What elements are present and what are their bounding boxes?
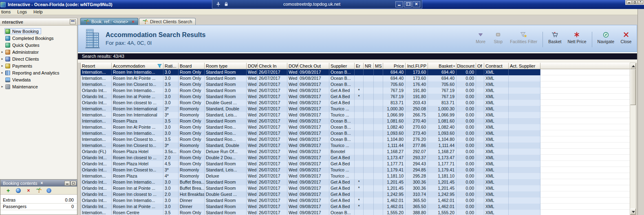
table-row[interactable]: Internation...Rosen Inn At Pointe ...3.0… bbox=[81, 124, 630, 130]
delete-icon[interactable]: × bbox=[26, 187, 31, 193]
column-header-dow[interactable]: DOW bbox=[247, 63, 258, 69]
expand-arrow-icon[interactable]: ▸ bbox=[0, 57, 4, 61]
column-header-contract[interactable]: Contract bbox=[484, 63, 509, 69]
info-icon[interactable]: i bbox=[46, 187, 52, 193]
column-header-of[interactable]: Of bbox=[476, 63, 484, 69]
column-header-rati[interactable]: Rati... bbox=[163, 63, 179, 69]
sidebar-item-viewdata[interactable]: Viewdata bbox=[0, 76, 77, 83]
column-header-ms[interactable]: MS bbox=[374, 63, 383, 69]
rdp-close-button[interactable] bbox=[412, 1, 420, 7]
cell-contract: XML bbox=[484, 161, 509, 167]
table-row[interactable]: Orlando Int...Rosen Inn closest to ...3.… bbox=[81, 100, 630, 106]
navigate-button[interactable]: Navigate bbox=[596, 30, 616, 44]
menu-item-help[interactable]: Help bbox=[30, 9, 46, 14]
column-header-check-in[interactable]: Check In bbox=[258, 63, 287, 69]
booking-contents-row-passengers[interactable]: Passengers0 bbox=[0, 204, 77, 210]
close-button[interactable]: Close bbox=[619, 30, 633, 44]
rdp-minimize-button[interactable] bbox=[395, 1, 403, 7]
column-header-check-out[interactable]: Check Out bbox=[298, 63, 329, 69]
sidebar-item-maintenance[interactable]: ▸Maintenance bbox=[0, 83, 77, 90]
tab-book-ref-none[interactable]: Book. ref.: <none>× bbox=[80, 18, 138, 25]
sidebar-item-quick-quotes[interactable]: Quick Quotes bbox=[0, 42, 77, 48]
booking-contents-row-extras[interactable]: Extras0.00 bbox=[0, 197, 77, 204]
column-header-price[interactable]: Price bbox=[383, 63, 406, 69]
table-row[interactable]: Orlando Int...Rosen Inn at Pointe ...3.0… bbox=[81, 204, 630, 210]
table-row[interactable]: Internation...Rosen Inn At Pointe ...3.0… bbox=[81, 75, 630, 81]
menu-item-tions[interactable]: tions bbox=[0, 9, 14, 14]
table-row[interactable]: Internation...Rosen Plaza4*RoomonlyDelux… bbox=[81, 173, 630, 179]
cell-act-supplier bbox=[509, 124, 540, 130]
column-header-resort[interactable]: Resort bbox=[81, 63, 112, 69]
table-row[interactable]: Orlando Int...Rosen Inn Internatio...3.0… bbox=[81, 88, 630, 94]
sidebar-item-completed-bookings[interactable]: Completed Bookings bbox=[0, 35, 77, 42]
column-header-dow[interactable]: DOW bbox=[287, 63, 298, 69]
sidebar-item-new-booking[interactable]: New Booking bbox=[0, 28, 77, 35]
table-row[interactable]: Internation...Rosen Inn Internatio...3.0… bbox=[81, 130, 630, 136]
rdp-restore-button[interactable] bbox=[404, 1, 412, 7]
cell-rati: 3.0 bbox=[163, 100, 179, 106]
column-header-supplier[interactable]: Supplier bbox=[329, 63, 355, 69]
column-header-accommodation[interactable]: Accommodation bbox=[112, 63, 163, 69]
expand-arrow-icon[interactable]: ▸ bbox=[0, 71, 4, 75]
column-header-er[interactable]: Er bbox=[355, 63, 364, 69]
sidebar-item-direct-clients[interactable]: ▸Direct Clients bbox=[0, 55, 77, 62]
table-row[interactable]: Internation...Rosen Inn Closest to...3*R… bbox=[81, 143, 630, 149]
sidebar-item-payments[interactable]: ▸Payments bbox=[0, 62, 77, 69]
filter-funnel-icon[interactable] bbox=[157, 64, 162, 68]
table-row[interactable]: Internation...Rosen Centre3.5Room OnlySt… bbox=[81, 210, 630, 215]
add-icon[interactable]: + bbox=[5, 187, 11, 193]
stop-button[interactable]: Stop bbox=[491, 30, 505, 44]
column-header-incl-fl-pp[interactable]: Incl.Fl.PP bbox=[406, 63, 428, 69]
cell-resort: Internation... bbox=[81, 210, 112, 215]
table-row[interactable]: Internation...Rosen Inn International3*R… bbox=[81, 106, 630, 112]
basket-button[interactable]: Basket bbox=[547, 30, 563, 44]
table-row[interactable]: Orlando Int...Rosen Inn closest to ...2.… bbox=[81, 155, 630, 161]
scroll-thumb[interactable] bbox=[630, 69, 636, 105]
column-header-basket[interactable]: Basket▾ bbox=[428, 63, 457, 69]
sidebar-item-administrator[interactable]: ▸Administrator bbox=[0, 48, 77, 55]
table-row[interactable]: Orlando Int...Rosen Plaza Hotel4.5Room O… bbox=[81, 161, 630, 167]
table-row[interactable]: Internation...Rosen Inn Closest to...3.5… bbox=[81, 81, 630, 88]
expand-arrow-icon[interactable]: ▸ bbox=[0, 85, 4, 88]
table-row[interactable]: Orlando Int...Rosen Inn closest to ...2.… bbox=[81, 191, 630, 197]
window-maximize-button[interactable] bbox=[632, 0, 637, 4]
booking-contents-collapse-button[interactable] bbox=[64, 181, 70, 186]
facilities-filter-button[interactable]: Facilities Filter bbox=[508, 30, 539, 44]
sidebar-item-reporting-and-analytics[interactable]: ▸Reporting and Analytics bbox=[0, 69, 77, 76]
scroll-up-button[interactable] bbox=[630, 63, 636, 69]
sidebar-collapse-button[interactable] bbox=[70, 19, 76, 24]
table-row[interactable]: Orlando Int...Rosen Inn Internatio...3.0… bbox=[81, 197, 630, 204]
booking-contents-header[interactable]: Booking contents × bbox=[0, 180, 77, 186]
tab-close-icon[interactable]: × bbox=[132, 19, 135, 24]
palm-icon[interactable] bbox=[36, 187, 42, 193]
booking-contents-float-button[interactable] bbox=[71, 181, 76, 186]
table-row[interactable]: Orlando Int...Rosen Inn Internatio...3.0… bbox=[81, 179, 630, 185]
window-close-button[interactable] bbox=[638, 0, 643, 4]
nett-price-button[interactable]: Nett Price bbox=[566, 30, 588, 44]
column-header-board[interactable]: Board bbox=[179, 63, 205, 69]
table-row[interactable]: Internation...Rosen Inn Closest to...3.5… bbox=[81, 136, 630, 143]
table-row[interactable]: Orlando (FL)Rosen Plaza Hotel3.5s...Room… bbox=[81, 149, 630, 155]
column-header-act-supplier[interactable]: Act. Supplier bbox=[509, 63, 540, 69]
more-button[interactable]: More bbox=[473, 30, 488, 44]
expand-arrow-icon[interactable]: ▸ bbox=[0, 50, 4, 54]
window-minimize-button[interactable] bbox=[626, 0, 632, 4]
globe-icon[interactable] bbox=[15, 187, 21, 193]
expand-arrow-icon[interactable]: ▸ bbox=[0, 64, 4, 68]
tab-direct-clients-search[interactable]: Direct Clients Search bbox=[139, 18, 196, 25]
table-row[interactable]: Internation...Rosen Plaza3.5Room OnlySta… bbox=[81, 118, 630, 124]
table-row[interactable]: Orlando Int...Rosen Inn at Pointe ...3.0… bbox=[81, 185, 630, 191]
pin-icon[interactable] bbox=[216, 2, 221, 7]
table-row[interactable]: Internation...Rosen Inn Internatio...3.0… bbox=[81, 69, 630, 75]
scroll-down-button[interactable] bbox=[630, 208, 636, 215]
table-row[interactable]: Orlando Int...Rosen Inn Closest to...3*R… bbox=[81, 167, 630, 173]
booking-contents-row-partial[interactable] bbox=[0, 210, 77, 215]
table-row[interactable]: Orlando Int...Rosen Inn at Pointe ...3.0… bbox=[81, 94, 630, 100]
column-header-room-type[interactable]: Room type bbox=[205, 63, 247, 69]
column-header-discount[interactable]: Discount bbox=[457, 63, 476, 69]
column-header-nr[interactable]: NR bbox=[364, 63, 374, 69]
table-row[interactable]: Internation...Rosen Inn International3*R… bbox=[81, 112, 630, 118]
booking-contents-close-icon[interactable]: × bbox=[40, 180, 43, 186]
menu-item-logs[interactable]: Logs bbox=[14, 9, 30, 14]
vertical-scrollbar[interactable] bbox=[630, 63, 636, 215]
